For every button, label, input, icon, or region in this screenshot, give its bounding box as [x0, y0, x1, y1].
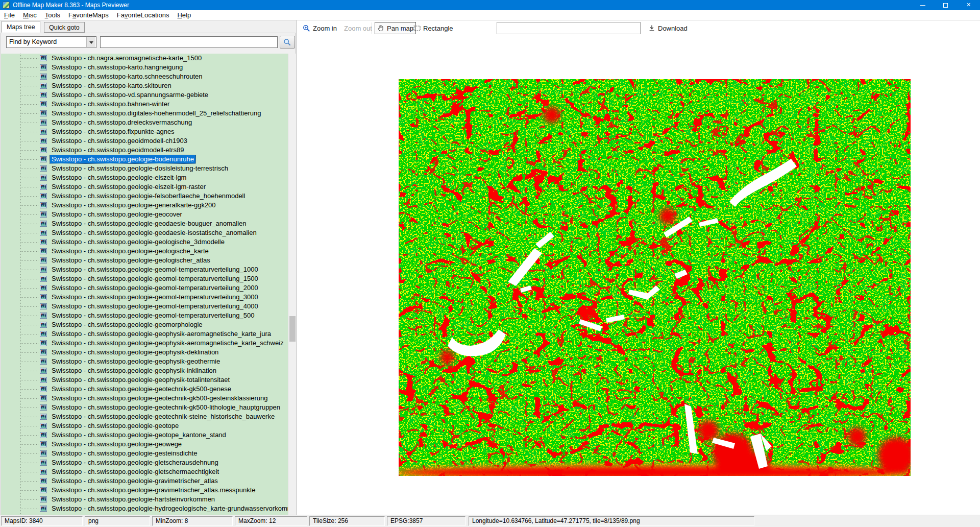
- menu-item-favoritelocations[interactable]: FavoriteLocations: [113, 10, 174, 20]
- tree-item-label: Swisstopo - ch.swisstopo-vd.spannungsarm…: [50, 91, 210, 99]
- menu-bar: FileMiscToolsFavoriteMapsFavoriteLocatio…: [0, 10, 980, 20]
- tree-item[interactable]: Swisstopo - ch.swisstopo.geologie-hartst…: [1, 495, 288, 504]
- zoom-out-button[interactable]: Zoom out: [342, 22, 374, 34]
- search-input[interactable]: [100, 36, 278, 48]
- tree-item-label: Swisstopo - ch.swisstopo.geoidmodell-ch1…: [50, 137, 189, 145]
- pan-map-button[interactable]: Pan map: [375, 22, 416, 34]
- menu-item-help[interactable]: Help: [173, 10, 195, 20]
- tree-item[interactable]: Swisstopo - ch.swisstopo.geologie-geomol…: [1, 293, 288, 302]
- tree-item-label: Swisstopo - ch.swisstopo.geologie-geophy…: [50, 357, 222, 366]
- menu-item-favoritemaps[interactable]: FavoriteMaps: [64, 10, 113, 20]
- tree-item[interactable]: Swisstopo - ch.swisstopo.geologie-felsob…: [1, 191, 288, 201]
- tree-item[interactable]: Swisstopo - ch.swisstopo.geologie-gravim…: [1, 486, 288, 495]
- tree-item[interactable]: Swisstopo - ch.swisstopo.geologie-geomor…: [1, 320, 288, 329]
- tree-item[interactable]: Swisstopo - ch.swisstopo.geologie-geomol…: [1, 302, 288, 311]
- toolbar-input[interactable]: [497, 22, 641, 34]
- tree-item[interactable]: Swisstopo - ch.swisstopo.geologie-geocov…: [1, 210, 288, 219]
- tree-item[interactable]: Swisstopo - ch.swisstopo-vd.spannungsarm…: [1, 90, 288, 100]
- tree-scrollbar-thumb[interactable]: [289, 316, 296, 342]
- menu-item-misc[interactable]: Misc: [19, 10, 41, 20]
- tree-item[interactable]: Swisstopo - ch.swisstopo.geoidmodell-etr…: [1, 146, 288, 155]
- map-layer-icon: [40, 64, 47, 70]
- find-mode-select[interactable]: Find by Keyword: [6, 36, 96, 48]
- tree-item[interactable]: Swisstopo - ch.swisstopo.geologie-gestei…: [1, 449, 288, 458]
- tree-item[interactable]: Swisstopo - ch.swisstopo.geologie-geotop…: [1, 421, 288, 430]
- map-layer-icon: [40, 313, 47, 319]
- tree-item[interactable]: Swisstopo - ch.swisstopo.geologie-eiszei…: [1, 182, 288, 191]
- tree-item-label: Swisstopo - ch.swisstopo.geologie-geomol…: [50, 275, 260, 283]
- map-layer-icon: [40, 83, 47, 89]
- tree-item[interactable]: Swisstopo - ch.swisstopo.geologie-geophy…: [1, 348, 288, 357]
- map-preview[interactable]: [399, 79, 911, 476]
- tree-item[interactable]: Swisstopo - ch.swisstopo.geologie-hydrog…: [1, 504, 288, 513]
- tree-item[interactable]: Swisstopo - ch.swisstopo.geologie-geophy…: [1, 329, 288, 339]
- tree-item[interactable]: Swisstopo - ch.swisstopo.geologie-geotec…: [1, 394, 288, 403]
- tree-item-label: Swisstopo - ch.swisstopo.geologie-hydrog…: [50, 505, 288, 513]
- tree-item[interactable]: Swisstopo - ch.swisstopo.geologie-geomol…: [1, 274, 288, 283]
- tree-item[interactable]: Swisstopo - ch.swisstopo.geologie-geomol…: [1, 283, 288, 293]
- tree-item[interactable]: Swisstopo - ch.swisstopo.geologie-geomol…: [1, 311, 288, 320]
- download-button[interactable]: Download: [646, 22, 690, 34]
- tree-item[interactable]: Swisstopo - ch.swisstopo.geologie-geomol…: [1, 265, 288, 274]
- menu-item-file[interactable]: File: [0, 10, 19, 20]
- dropdown-arrow-icon[interactable]: [86, 37, 95, 47]
- tree-item[interactable]: Swisstopo - ch.swisstopo.geologie-gletsc…: [1, 467, 288, 476]
- map-layer-icon: [40, 496, 47, 502]
- tree-item[interactable]: Swisstopo - ch.swisstopo.fixpunkte-agnes: [1, 127, 288, 136]
- rectangle-select-button[interactable]: Rectangle: [411, 22, 455, 34]
- tree-item[interactable]: Swisstopo - ch.swisstopo.geologie-gletsc…: [1, 458, 288, 467]
- tree-item[interactable]: Swisstopo - ch.swisstopo.geologie-genera…: [1, 201, 288, 210]
- tree-item[interactable]: Swisstopo - ch.swisstopo.geologie-bodenu…: [1, 155, 288, 164]
- tree-item[interactable]: Swisstopo - ch.swisstopo.geologie-geotec…: [1, 385, 288, 394]
- tree-item-label: Swisstopo - ch.swisstopo.geologie-geocov…: [50, 210, 184, 219]
- tree-item[interactable]: Swisstopo - ch.nagra.aeromagnetische-kar…: [1, 54, 288, 63]
- tree-item[interactable]: Swisstopo - ch.swisstopo.geologie-eiszei…: [1, 173, 288, 182]
- tree-item[interactable]: Swisstopo - ch.swisstopo.geologie-geoweg…: [1, 440, 288, 449]
- map-layer-icon: [40, 165, 47, 172]
- tree-item[interactable]: Swisstopo - ch.swisstopo.geologie-geolog…: [1, 237, 288, 247]
- tree-item-label: Swisstopo - ch.swisstopo.geologie-geomol…: [50, 293, 260, 301]
- tab-maps-tree[interactable]: Maps tree: [2, 21, 40, 33]
- minimize-icon[interactable]: [911, 0, 934, 10]
- tree-item[interactable]: Swisstopo - ch.swisstopo.geologie-geodae…: [1, 219, 288, 228]
- tree-item[interactable]: Swisstopo - ch.swisstopo.geologie-geolog…: [1, 256, 288, 265]
- tree-item[interactable]: Swisstopo - ch.swisstopo.geologie-geodae…: [1, 228, 288, 237]
- tree-item[interactable]: Swisstopo - ch.swisstopo.digitales-hoehe…: [1, 109, 288, 118]
- tree-item[interactable]: Swisstopo - ch.swisstopo.geologie-geophy…: [1, 357, 288, 366]
- tree-item[interactable]: Swisstopo - ch.swisstopo-karto.skitouren: [1, 81, 288, 90]
- map-layer-icon: [40, 404, 47, 411]
- tree-item-label: Swisstopo - ch.swisstopo.bahnen-winter: [50, 100, 171, 108]
- tree-item-label: Swisstopo - ch.swisstopo.fixpunkte-agnes: [50, 128, 176, 136]
- tree-item[interactable]: Swisstopo - ch.swisstopo-karto.schneesch…: [1, 72, 288, 81]
- tree-item-label: Swisstopo - ch.swisstopo.geologie-geodae…: [50, 220, 248, 228]
- tree-item[interactable]: Swisstopo - ch.swisstopo.geologie-geophy…: [1, 366, 288, 375]
- tree-item[interactable]: Swisstopo - ch.swisstopo.geologie-dosisl…: [1, 164, 288, 173]
- menu-item-tools[interactable]: Tools: [41, 10, 64, 20]
- tree-item[interactable]: Swisstopo - ch.swisstopo.geoidmodell-ch1…: [1, 136, 288, 146]
- maximize-icon[interactable]: [934, 0, 957, 10]
- tree-item[interactable]: Swisstopo - ch.swisstopo.geologie-geotec…: [1, 412, 288, 421]
- zoom-in-button[interactable]: Zoom in: [301, 22, 339, 34]
- map-layer-icon: [40, 469, 47, 475]
- maps-tree-list: Swisstopo - ch.nagra.aeromagnetische-kar…: [1, 54, 288, 515]
- find-mode-value: Find by Keyword: [9, 38, 57, 45]
- search-button[interactable]: [280, 36, 295, 49]
- map-layer-icon: [40, 147, 47, 153]
- tree-item[interactable]: Swisstopo - ch.swisstopo.geologie-geotop…: [1, 430, 288, 440]
- tree-item-label: Swisstopo - ch.swisstopo.geologie-gestei…: [50, 449, 199, 458]
- map-layer-icon: [40, 423, 47, 429]
- tree-item[interactable]: Swisstopo - ch.swisstopo.geologie-geolog…: [1, 247, 288, 256]
- close-icon[interactable]: ✕: [957, 0, 980, 10]
- map-layer-icon: [40, 119, 47, 126]
- tree-item[interactable]: Swisstopo - ch.swisstopo-karto.hangneigu…: [1, 63, 288, 72]
- map-layer-icon: [40, 294, 47, 300]
- tree-item[interactable]: Swisstopo - ch.swisstopo.geologie-gravim…: [1, 476, 288, 486]
- tab-quick-goto[interactable]: Quick goto: [44, 22, 85, 33]
- tree-item[interactable]: Swisstopo - ch.swisstopo.geologie-geophy…: [1, 375, 288, 385]
- tree-item[interactable]: Swisstopo - ch.swisstopo.bahnen-winter: [1, 100, 288, 109]
- tree-item[interactable]: Swisstopo - ch.swisstopo.geologie-geotec…: [1, 403, 288, 412]
- tree-scrollbar[interactable]: [288, 54, 296, 515]
- tree-item-label: Swisstopo - ch.swisstopo.geoidmodell-etr…: [50, 146, 185, 154]
- tree-item[interactable]: Swisstopo - ch.swisstopo.geologie-geophy…: [1, 339, 288, 348]
- tree-item[interactable]: Swisstopo - ch.swisstopo.dreiecksvermasc…: [1, 118, 288, 127]
